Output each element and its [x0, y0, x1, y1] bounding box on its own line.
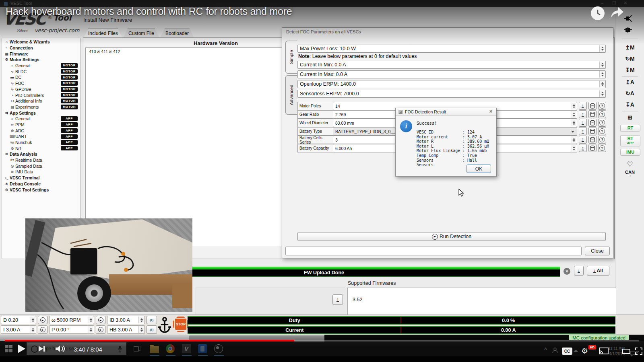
- file-explorer-icon[interactable]: [150, 346, 159, 353]
- sidebar-item-firmware[interactable]: ▦Firmware: [2, 51, 80, 57]
- read-motor-config-icon[interactable]: ↧M: [620, 67, 640, 73]
- sidebar-item-nunchuk[interactable]: WiiNunchukAPP: [2, 140, 80, 146]
- handbrake-current-field[interactable]: HB 3.00 A: [107, 325, 145, 334]
- reload-motor-config-icon[interactable]: ↻M: [620, 56, 640, 62]
- sidebar-item-gpdrive[interactable]: ∿GPDriveMOTOR: [2, 86, 80, 93]
- help-param-button[interactable]: ?: [598, 110, 606, 118]
- write-param-button[interactable]: ↑: [579, 119, 587, 127]
- spinner[interactable]: [599, 62, 605, 68]
- rt-data-button[interactable]: RT: [620, 125, 640, 132]
- sidebar-item-imu-data[interactable]: ≋IMU Data: [2, 169, 80, 175]
- db-param-button[interactable]: [588, 136, 597, 144]
- run-current-button[interactable]: ▶: [38, 325, 47, 334]
- sidebar-item-dc[interactable]: ▬DCMOTOR: [2, 74, 80, 80]
- spinner[interactable]: [138, 317, 144, 323]
- sidebar-item-vesc-tool-settings[interactable]: ⚙VESC Tool Settings: [2, 187, 80, 193]
- spinner[interactable]: [599, 90, 605, 97]
- db-param-button[interactable]: [588, 102, 597, 110]
- spinner[interactable]: [571, 119, 576, 126]
- fw-version-item[interactable]: 3.52: [348, 288, 616, 302]
- current-in-max-field[interactable]: Current In Max: 0.0 A: [297, 70, 606, 78]
- brake-current-field[interactable]: IB 3.00 A: [107, 316, 145, 324]
- spinner[interactable]: [571, 111, 576, 118]
- max-power-loss-field[interactable]: Max Power Loss: 10.0 W: [297, 45, 606, 53]
- current-in-min-field[interactable]: Current In Min: 0.0 A: [297, 61, 606, 69]
- favorites-heart-icon[interactable]: ♡: [620, 160, 640, 169]
- sidebar-item-foc[interactable]: ∿FOCMOTOR: [2, 80, 80, 86]
- spinner[interactable]: [138, 326, 144, 333]
- tab-simple[interactable]: Simple: [285, 41, 297, 74]
- db-param-button[interactable]: [588, 144, 597, 152]
- spinner[interactable]: [571, 103, 576, 109]
- fullscreen-icon[interactable]: [635, 348, 642, 356]
- spinner[interactable]: [599, 45, 605, 52]
- spinner[interactable]: [88, 317, 93, 323]
- spinner[interactable]: [30, 317, 35, 323]
- handbrake-button[interactable]: (‖): [147, 325, 157, 334]
- close-icon[interactable]: ✕: [489, 109, 493, 114]
- download-all-button[interactable]: ↓All: [587, 266, 609, 276]
- sidebar-item-motor-settings[interactable]: ⚙Motor Settings: [2, 57, 80, 63]
- cancel-upload-button[interactable]: ✕: [564, 268, 570, 275]
- help-param-button[interactable]: ?: [598, 102, 606, 110]
- volume-icon[interactable]: [56, 345, 65, 354]
- write-motor-config-icon[interactable]: ↥M: [620, 44, 640, 51]
- imu-button[interactable]: IMU: [620, 149, 640, 156]
- reload-app-config-icon[interactable]: ↻A: [620, 90, 640, 97]
- cloud-icon[interactable]: ☁: [573, 348, 578, 353]
- sidebar-item-vesc-terminal[interactable]: >_VESC Terminal: [2, 175, 80, 181]
- play-button[interactable]: [17, 344, 26, 355]
- write-param-button[interactable]: ↑: [579, 110, 587, 118]
- run-detection-button[interactable]: ▶ Run Detection: [297, 232, 606, 241]
- parallel-mode-icon[interactable]: ⊞: [620, 114, 640, 121]
- brake-button[interactable]: (‖): [147, 316, 157, 324]
- sidebar-item-bldc[interactable]: ∿BLDCMOTOR: [2, 68, 80, 74]
- db-param-button[interactable]: [588, 110, 597, 118]
- connect-icon[interactable]: [623, 14, 632, 24]
- sidebar-item-app-settings[interactable]: ⇉App Settings: [2, 110, 80, 116]
- openloop-erpm-field[interactable]: Openloop ERPM: 1400.0: [297, 80, 606, 88]
- sidebar-item-additional-info[interactable]: ⊡Additional InfoMOTOR: [2, 98, 80, 104]
- chrome-icon[interactable]: [166, 344, 175, 353]
- supported-firmwares-list[interactable]: 3.52: [347, 288, 616, 315]
- tab-custom-file[interactable]: Custom File: [123, 29, 159, 38]
- position-setpoint-field[interactable]: P 0.00 °: [49, 325, 94, 334]
- share-icon[interactable]: [609, 6, 625, 22]
- tray-chevron-icon[interactable]: ^: [544, 347, 547, 352]
- run-rpm-button[interactable]: ▶: [96, 316, 105, 324]
- task-view-icon[interactable]: [134, 346, 140, 354]
- vesc-tool-taskbar-icon[interactable]: V: [182, 344, 191, 353]
- write-param-button[interactable]: ↑: [579, 127, 587, 135]
- sidebar-item-adc[interactable]: ⊛ADCAPP: [2, 128, 80, 134]
- video-title[interactable]: Hack hoverboard motors and control with …: [6, 6, 292, 17]
- run-position-button[interactable]: ▶: [96, 325, 105, 334]
- can-forward-icon[interactable]: CAN→: [620, 170, 640, 177]
- help-param-button[interactable]: ?: [598, 144, 606, 152]
- download-fw-button[interactable]: ↓: [574, 266, 584, 276]
- tab-advanced[interactable]: Advanced: [285, 75, 297, 115]
- duty-setpoint-field[interactable]: D 0.20: [1, 316, 36, 324]
- cast-icon[interactable]: [599, 348, 609, 356]
- start-button[interactable]: [5, 345, 12, 352]
- sensorless-erpm-field[interactable]: Sensorless ERPM: 7000.0: [297, 90, 606, 98]
- subtitles-button[interactable]: CC: [562, 348, 572, 355]
- db-param-button[interactable]: [588, 127, 597, 135]
- write-param-button[interactable]: ↑: [579, 102, 587, 110]
- obs-icon[interactable]: [214, 344, 223, 353]
- sidebar-item-connection[interactable]: ⌁Connection: [2, 45, 80, 51]
- disconnect-icon[interactable]: [623, 26, 632, 35]
- tab-bootloader[interactable]: Bootloader: [160, 29, 194, 38]
- minimize-button[interactable]: –: [601, 0, 603, 5]
- app-icon-blue[interactable]: [198, 344, 207, 353]
- db-param-button[interactable]: [588, 119, 597, 127]
- write-param-button[interactable]: ↑: [579, 136, 587, 144]
- close-dialog-button[interactable]: Close: [585, 247, 610, 255]
- ok-button[interactable]: OK: [466, 165, 491, 173]
- anchor-icon[interactable]: [158, 316, 171, 335]
- dialog-status-field[interactable]: [285, 247, 582, 255]
- sidebar-item-data-analysis[interactable]: ≋Data Analysis: [2, 151, 80, 157]
- help-param-button[interactable]: ?: [598, 136, 606, 144]
- current-setpoint-field[interactable]: I 3.00 A: [1, 325, 36, 334]
- tab-included-files[interactable]: Included Files: [84, 29, 122, 38]
- help-param-button[interactable]: ?: [598, 119, 606, 127]
